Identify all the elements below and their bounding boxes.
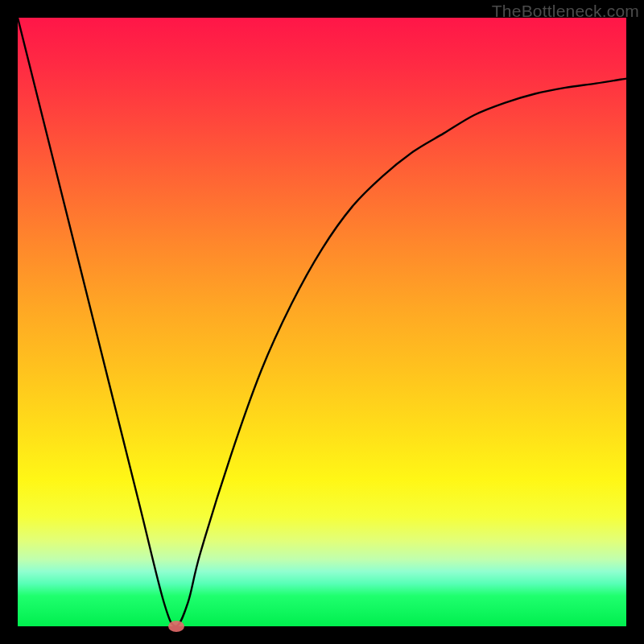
min-point-marker [168, 621, 184, 632]
watermark-text: TheBottleneck.com [492, 2, 639, 21]
curve-path [18, 18, 626, 626]
chart-frame [18, 18, 626, 626]
bottleneck-curve [18, 18, 626, 626]
